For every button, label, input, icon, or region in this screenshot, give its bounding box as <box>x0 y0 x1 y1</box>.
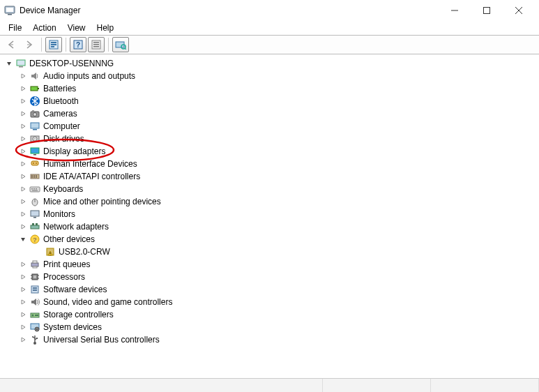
tree-item-label: Monitors <box>43 209 75 219</box>
tree-item-label: Computer <box>43 121 80 131</box>
expand-icon[interactable] <box>18 322 28 332</box>
tree-item-computer[interactable]: Computer <box>3 120 539 133</box>
expand-icon[interactable] <box>18 159 28 169</box>
bluetooth-icon <box>29 96 40 107</box>
expand-icon[interactable] <box>18 146 28 156</box>
expand-icon[interactable] <box>18 209 28 219</box>
menu-view[interactable]: View <box>62 22 91 34</box>
expand-icon[interactable] <box>18 121 28 131</box>
statusbar-cell <box>431 379 539 392</box>
toolbar-properties-button[interactable] <box>88 37 105 52</box>
close-button[interactable] <box>503 0 535 21</box>
titlebar: Device Manager <box>0 0 539 21</box>
svg-rect-8 <box>51 42 56 43</box>
keyboard-icon <box>29 183 40 195</box>
tree-item-warning[interactable]: USB2.0-CRW <box>3 246 539 258</box>
toolbar-show-hidden-button[interactable] <box>45 37 62 52</box>
toolbar-scan-button[interactable] <box>112 37 129 52</box>
menu-file[interactable]: File <box>3 22 27 34</box>
expand-icon[interactable] <box>18 96 28 106</box>
tree-item-root[interactable]: DESKTOP-USENNNG <box>3 57 539 70</box>
tree-item-keyboard[interactable]: Keyboards <box>3 183 539 195</box>
svg-rect-73 <box>35 315 38 316</box>
expand-icon[interactable] <box>18 259 28 269</box>
tree-item-label: Other devices <box>43 234 95 244</box>
toolbar-back-button[interactable] <box>3 37 20 52</box>
expand-icon[interactable] <box>18 297 28 307</box>
tree-item-ide[interactable]: IDE ATA/ATAPI controllers <box>3 170 539 183</box>
maximize-button[interactable] <box>471 0 503 21</box>
tree-item-cpu[interactable]: Processors <box>3 271 539 283</box>
expand-icon[interactable] <box>18 335 28 345</box>
svg-rect-41 <box>36 175 37 178</box>
tree-item-hid[interactable]: Human Interface Devices <box>3 158 539 170</box>
svg-point-76 <box>36 329 38 330</box>
expand-icon[interactable] <box>18 285 28 294</box>
window-title: Device Manager <box>20 6 80 15</box>
svg-rect-44 <box>33 188 35 190</box>
expand-icon[interactable] <box>18 109 28 119</box>
svg-rect-49 <box>31 211 39 216</box>
toolbar-help-button[interactable]: ? <box>70 37 86 52</box>
menubar: File Action View Help <box>0 21 539 35</box>
tree-item-mouse[interactable]: Mice and other pointing devices <box>3 195 539 208</box>
svg-rect-39 <box>31 175 33 178</box>
expand-icon[interactable] <box>18 134 28 144</box>
svg-point-36 <box>33 163 34 164</box>
expand-icon[interactable] <box>18 84 28 93</box>
expand-icon[interactable] <box>18 184 28 194</box>
expand-icon[interactable] <box>18 172 28 181</box>
tree-item-label: Cameras <box>43 109 77 119</box>
disk-icon <box>29 133 40 144</box>
minimize-button[interactable] <box>439 0 471 21</box>
tree-item-monitor[interactable]: Monitors <box>3 208 539 220</box>
expand-icon[interactable] <box>18 197 28 206</box>
menu-action[interactable]: Action <box>27 22 61 34</box>
svg-rect-27 <box>32 110 34 112</box>
tree-item-storage[interactable]: Storage controllers <box>3 308 539 321</box>
system-icon <box>29 322 40 333</box>
svg-point-32 <box>34 138 36 140</box>
tree-item-label: Storage controllers <box>43 310 114 319</box>
tree-item-other[interactable]: ?Other devices <box>3 233 539 246</box>
tree-item-display[interactable]: Display adapters <box>3 145 539 158</box>
network-icon <box>29 221 40 232</box>
tree-item-label: Keyboards <box>43 184 83 194</box>
tree-item-label: Sound, video and game controllers <box>43 297 172 307</box>
svg-rect-22 <box>31 86 38 91</box>
tree-item-label: Human Interface Devices <box>43 159 137 169</box>
device-tree[interactable]: DESKTOP-USENNNGAudio inputs and outputsB… <box>0 54 539 378</box>
expand-icon[interactable] <box>18 222 28 232</box>
menu-help[interactable]: Help <box>91 22 120 34</box>
collapse-icon[interactable] <box>18 234 28 244</box>
svg-line-19 <box>125 48 126 50</box>
toolbar-forward-button[interactable] <box>21 37 38 52</box>
tree-item-camera[interactable]: Cameras <box>3 107 539 120</box>
svg-text:?: ? <box>33 236 37 243</box>
svg-point-26 <box>33 113 37 116</box>
tree-item-speaker[interactable]: Audio inputs and outputs <box>3 70 539 82</box>
svg-text:?: ? <box>76 41 80 49</box>
tree-item-bluetooth[interactable]: Bluetooth <box>3 95 539 107</box>
tree-item-battery[interactable]: Batteries <box>3 82 539 95</box>
tree-item-usb[interactable]: Universal Serial Bus controllers <box>3 333 539 346</box>
statusbar-cell <box>0 379 323 392</box>
app-icon <box>4 5 15 16</box>
tree-item-printer[interactable]: Print queues <box>3 258 539 271</box>
tree-item-network[interactable]: Network adapters <box>3 220 539 233</box>
expand-icon[interactable] <box>18 71 28 81</box>
collapse-icon[interactable] <box>4 59 14 68</box>
svg-point-79 <box>32 336 33 338</box>
tree-item-disk[interactable]: Disk drives <box>3 133 539 145</box>
tree-item-label: Print queues <box>43 259 90 269</box>
battery-icon <box>29 83 40 94</box>
tree-item-sound[interactable]: Sound, video and game controllers <box>3 296 539 308</box>
tree-item-system[interactable]: System devices <box>3 321 539 333</box>
expand-icon[interactable] <box>18 310 28 319</box>
svg-rect-57 <box>50 252 51 254</box>
tree-item-software[interactable]: Software devices <box>3 283 539 296</box>
svg-point-37 <box>36 163 37 164</box>
svg-rect-15 <box>93 44 99 45</box>
tree-item-label: Processors <box>43 272 85 282</box>
expand-icon[interactable] <box>18 272 28 282</box>
